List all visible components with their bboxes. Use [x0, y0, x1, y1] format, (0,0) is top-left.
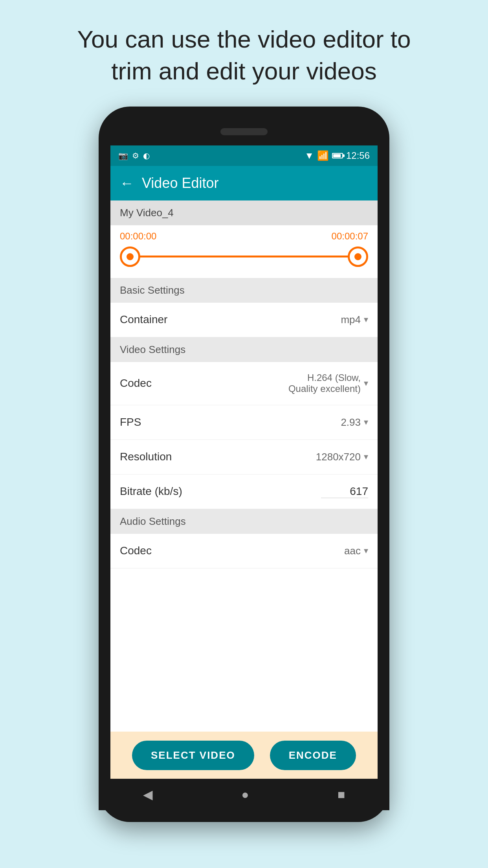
timeline-area: 00:00:00 00:00:07 — [110, 225, 378, 278]
bottom-bar: SELECT VIDEO ENCODE — [110, 732, 378, 779]
start-timestamp: 00:00:00 — [120, 231, 156, 242]
status-bar: 📷 ⚙ ◐ ▼ 📶 12:56 — [110, 145, 378, 166]
nav-home-button[interactable]: ● — [241, 787, 249, 802]
video-settings-header: Video Settings — [110, 337, 378, 362]
fps-label: FPS — [120, 416, 341, 428]
fps-row[interactable]: FPS 2.93 ▾ — [110, 405, 378, 440]
phone-top — [99, 118, 389, 145]
track-handle-inner-right — [354, 253, 361, 260]
track-handle-inner-left — [127, 253, 134, 260]
camera-icon: 📷 — [118, 151, 128, 160]
page-headline: You can use the video editor to trim and… — [67, 24, 421, 87]
video-codec-value: H.264 (Slow, Quality excellent) ▾ — [288, 372, 368, 394]
video-filename: My Video_4 — [110, 200, 378, 225]
container-row[interactable]: Container mp4 ▾ — [110, 303, 378, 337]
nav-bar: ◀ ● ■ — [99, 779, 389, 810]
select-video-button[interactable]: SELECT VIDEO — [132, 741, 254, 770]
video-codec-label: Codec — [120, 377, 288, 390]
bitrate-row[interactable]: Bitrate (kb/s) — [110, 474, 378, 509]
fps-dropdown-arrow: ▾ — [364, 417, 368, 427]
nav-recents-button[interactable]: ■ — [338, 787, 345, 802]
audio-codec-dropdown-arrow: ▾ — [364, 546, 368, 556]
video-codec-row[interactable]: Codec H.264 (Slow, Quality excellent) ▾ — [110, 362, 378, 405]
encode-button[interactable]: ENCODE — [270, 741, 356, 770]
phone-screen: 📷 ⚙ ◐ ▼ 📶 12:56 ← Video Editor My Video_… — [110, 145, 378, 779]
end-timestamp: 00:00:07 — [332, 231, 368, 242]
container-value: mp4 ▾ — [341, 314, 368, 326]
container-label: Container — [120, 313, 341, 326]
app-bar-title: Video Editor — [142, 175, 218, 191]
audio-settings-header: Audio Settings — [110, 509, 378, 534]
resolution-label: Resolution — [120, 451, 316, 463]
gear-icon: ⚙ — [132, 151, 139, 160]
nav-back-button[interactable]: ◀ — [143, 787, 153, 802]
track-handle-right[interactable] — [348, 246, 368, 267]
audio-codec-row[interactable]: Codec aac ▾ — [110, 534, 378, 568]
bitrate-label: Bitrate (kb/s) — [120, 485, 321, 498]
time-display: 12:56 — [346, 150, 370, 161]
status-left-icons: 📷 ⚙ ◐ — [118, 151, 150, 160]
status-right-icons: ▼ 📶 12:56 — [305, 150, 370, 161]
basic-settings-header: Basic Settings — [110, 278, 378, 303]
app-bar: ← Video Editor — [110, 166, 378, 200]
battery-icon — [332, 153, 343, 158]
fps-value: 2.93 ▾ — [341, 416, 368, 428]
back-button[interactable]: ← — [120, 175, 134, 191]
timeline-timestamps: 00:00:00 00:00:07 — [120, 231, 368, 242]
container-dropdown-arrow: ▾ — [364, 314, 368, 325]
phone-speaker — [220, 128, 268, 135]
settings-list: Basic Settings Container mp4 ▾ Video Set… — [110, 278, 378, 732]
resolution-dropdown-arrow: ▾ — [364, 452, 368, 462]
wifi-icon: ▼ — [305, 150, 314, 161]
phone-frame: 📷 ⚙ ◐ ▼ 📶 12:56 ← Video Editor My Video_… — [99, 107, 389, 822]
audio-codec-value: aac ▾ — [344, 545, 368, 557]
timeline-track — [120, 245, 368, 268]
track-line — [132, 256, 356, 257]
codec-dropdown-arrow: ▾ — [364, 378, 368, 388]
resolution-row[interactable]: Resolution 1280x720 ▾ — [110, 440, 378, 474]
resolution-value: 1280x720 ▾ — [316, 451, 368, 463]
audio-codec-label: Codec — [120, 544, 344, 557]
bitrate-input[interactable] — [321, 485, 368, 498]
track-handle-left[interactable] — [120, 246, 140, 267]
signal-icon: 📶 — [317, 150, 329, 161]
sync-icon: ◐ — [143, 151, 150, 160]
